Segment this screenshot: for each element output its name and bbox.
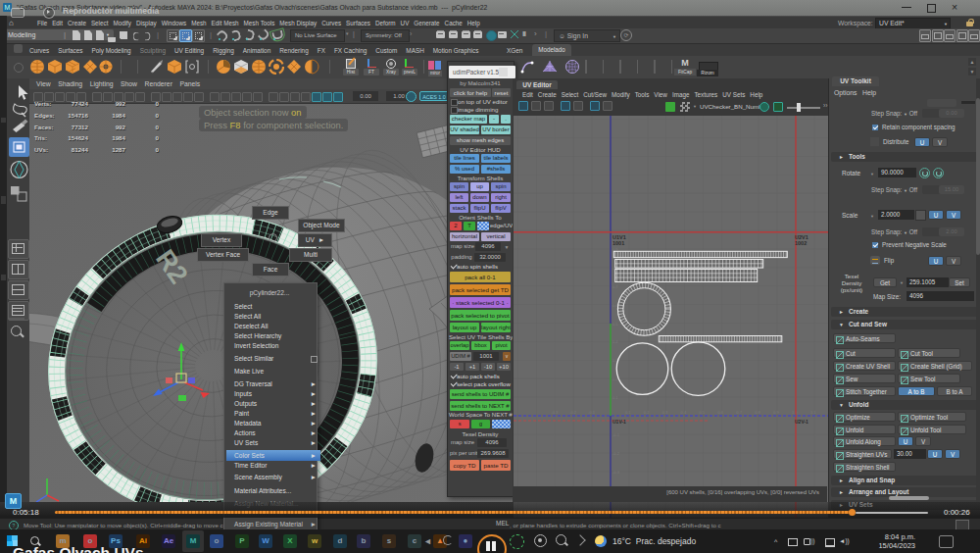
svg-text:0.1: 0.1 xyxy=(625,410,631,415)
svg-text:U1V1: U1V1 xyxy=(612,234,626,240)
svg-text:-0.1: -0.1 xyxy=(588,410,596,415)
svg-text:0.3: 0.3 xyxy=(662,410,668,415)
svg-text:0.4: 0.4 xyxy=(612,339,618,344)
svg-text:0.6: 0.6 xyxy=(717,410,723,415)
svg-text:-0.2: -0.2 xyxy=(612,451,620,456)
svg-text:0.9: 0.9 xyxy=(773,410,779,415)
svg-text:0.1: 0.1 xyxy=(612,395,618,400)
svg-text:1.1: 1.1 xyxy=(810,410,816,415)
svg-text:0.7: 0.7 xyxy=(612,284,618,289)
svg-text:0.7: 0.7 xyxy=(736,410,742,415)
svg-text:0.8: 0.8 xyxy=(755,410,760,415)
svg-text:-0.3: -0.3 xyxy=(612,470,620,475)
svg-text:U2V-1: U2V-1 xyxy=(795,419,808,425)
svg-text:-0.1: -0.1 xyxy=(612,432,620,437)
svg-text:0.5: 0.5 xyxy=(612,322,618,327)
svg-text:-0.3: -0.3 xyxy=(551,410,559,415)
svg-text:U2V1: U2V1 xyxy=(795,234,808,240)
svg-text:0.4: 0.4 xyxy=(681,410,687,415)
svg-text:1.0: 1.0 xyxy=(792,410,798,415)
svg-text:-0.2: -0.2 xyxy=(569,410,577,415)
svg-text:0.2: 0.2 xyxy=(644,410,650,415)
svg-text:1001: 1001 xyxy=(612,240,624,246)
svg-text:U1V-1: U1V-1 xyxy=(612,419,626,425)
svg-text:0.5: 0.5 xyxy=(700,410,706,415)
svg-text:1002: 1002 xyxy=(795,240,807,246)
